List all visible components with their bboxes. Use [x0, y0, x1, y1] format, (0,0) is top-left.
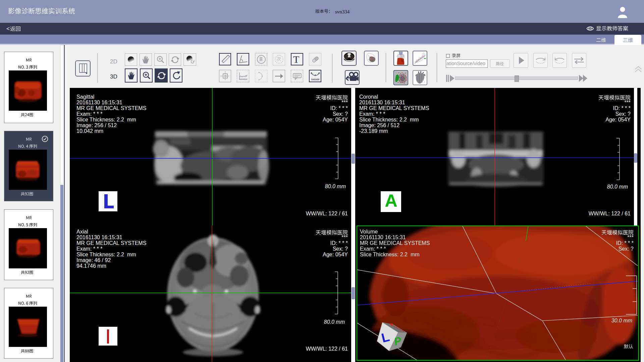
svg-text:D: D	[422, 79, 425, 84]
